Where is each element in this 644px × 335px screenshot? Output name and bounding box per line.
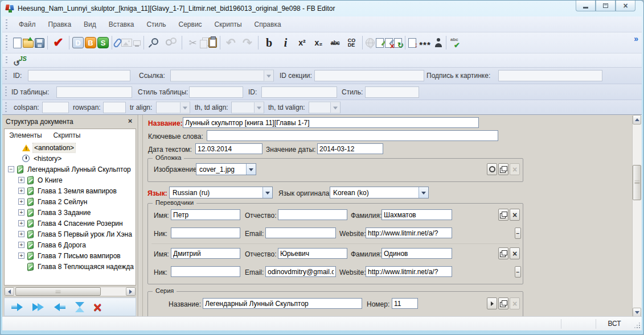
- open-file-icon[interactable]: [23, 40, 34, 48]
- previous-element-icon[interactable]: [54, 303, 66, 311]
- remove-edits-icon[interactable]: [385, 38, 393, 48]
- menu-item[interactable]: Правка: [42, 20, 78, 28]
- tree-expander-icon[interactable]: +: [18, 220, 24, 226]
- translator2-collapse-icon[interactable]: [515, 266, 521, 278]
- editor-vscrollbar[interactable]: [632, 115, 642, 317]
- paste-icon[interactable]: [208, 38, 217, 48]
- cell-style-input[interactable]: [365, 86, 419, 98]
- first-name-input2[interactable]: [171, 248, 240, 259]
- book-title-input[interactable]: [183, 117, 479, 128]
- superscript-icon[interactable]: x²: [294, 35, 310, 51]
- menu-item[interactable]: Файл: [13, 20, 42, 28]
- tr-align-combo[interactable]: [156, 101, 190, 113]
- th-td-valign-combo[interactable]: [309, 101, 341, 113]
- toolbar-overflow-icon[interactable]: »: [634, 32, 638, 43]
- menu-item[interactable]: Сервис: [173, 20, 208, 28]
- body-mode-icon[interactable]: B: [85, 37, 96, 48]
- last-name-input2[interactable]: [382, 248, 452, 259]
- hscroll-thumb[interactable]: [15, 287, 101, 296]
- tree-item[interactable]: +Глава 4 Спасение Розерин: [5, 218, 136, 229]
- tree-expander-icon[interactable]: +: [18, 209, 24, 216]
- menu-item[interactable]: Справка: [248, 20, 288, 28]
- tree-item[interactable]: +Глава 7 Письмо вампиров: [5, 250, 136, 261]
- series-name-input[interactable]: [203, 298, 362, 309]
- description-mode-icon[interactable]: D: [72, 37, 84, 48]
- subscript-icon[interactable]: x₂: [311, 35, 326, 51]
- nick-input[interactable]: [171, 228, 240, 238]
- tree-item[interactable]: +Глава 3 Задание: [5, 207, 136, 218]
- translator1-remove-icon[interactable]: [510, 209, 520, 221]
- js-script-icon[interactable]: JS: [13, 55, 27, 67]
- bold-icon[interactable]: b: [261, 35, 277, 51]
- cover-image-combo[interactable]: cover_1.jpg: [196, 163, 256, 175]
- delete-element-icon[interactable]: ×: [93, 301, 102, 313]
- asterisks-icon[interactable]: ***: [417, 35, 433, 51]
- select-cover-icon[interactable]: [498, 163, 508, 175]
- id-input[interactable]: [28, 70, 130, 81]
- last-element-icon[interactable]: [32, 303, 45, 311]
- website-input2[interactable]: [366, 266, 452, 277]
- tree-item[interactable]: Глава 8 Теплющаяся надежда: [5, 261, 136, 272]
- translator1-select-icon[interactable]: [498, 209, 508, 221]
- link-combo[interactable]: [170, 70, 274, 82]
- tree-expander-icon[interactable]: +: [18, 188, 24, 194]
- tree-expander-icon[interactable]: +: [18, 198, 24, 205]
- date-text-input[interactable]: [195, 143, 262, 154]
- email-input[interactable]: [265, 228, 336, 238]
- keywords-input[interactable]: [207, 130, 498, 141]
- refresh-document-icon[interactable]: [394, 38, 402, 48]
- table-id-input[interactable]: [56, 86, 132, 98]
- close-button[interactable]: ×: [616, 1, 635, 11]
- middle-name-input[interactable]: [278, 209, 347, 220]
- first-name-input[interactable]: [171, 209, 240, 220]
- tab-scripts[interactable]: Скрипты: [54, 131, 81, 139]
- panel-close-icon[interactable]: ×: [126, 117, 134, 126]
- date-value-input[interactable]: [317, 143, 383, 154]
- series-more-icon[interactable]: [487, 297, 497, 309]
- word-count-icon[interactable]: [408, 38, 416, 48]
- nick-input2[interactable]: [171, 266, 240, 277]
- translator1-collapse-icon[interactable]: [515, 228, 521, 239]
- tree-item[interactable]: −Легендарный Лунный Скульптор: [5, 164, 136, 175]
- spellcheck-icon[interactable]: [449, 37, 461, 48]
- panel-splitter[interactable]: [138, 115, 143, 317]
- find-icon[interactable]: [147, 35, 162, 51]
- language-combo[interactable]: Russian (ru): [169, 187, 273, 198]
- section-id-input[interactable]: [314, 70, 424, 81]
- tree-expander-icon[interactable]: +: [18, 231, 24, 237]
- minimize-button[interactable]: [576, 1, 596, 11]
- tree-expander-icon[interactable]: −: [8, 166, 14, 172]
- tree-item[interactable]: +Глава 6 Дорога: [5, 239, 136, 250]
- menu-item[interactable]: Вставка: [102, 20, 141, 28]
- strikethrough-icon[interactable]: abc: [327, 35, 343, 51]
- series-number-input[interactable]: [392, 298, 418, 309]
- tree-expander-icon[interactable]: +: [18, 242, 24, 248]
- source-mode-icon[interactable]: S: [97, 37, 109, 48]
- validate-icon[interactable]: ✔: [51, 35, 66, 51]
- tree-item[interactable]: +Глава 1 Земля вампиров: [5, 185, 136, 196]
- profile-icon[interactable]: [434, 38, 443, 47]
- tree-item[interactable]: +Глава 5 Первый урок Ли Хэна: [5, 229, 136, 239]
- tree-item[interactable]: <annotation>: [5, 142, 136, 153]
- scroll-up-icon[interactable]: [633, 115, 641, 125]
- new-file-icon[interactable]: [13, 38, 22, 48]
- table-style-input[interactable]: [189, 86, 243, 98]
- tree-expander-icon[interactable]: +: [18, 177, 24, 183]
- edit-document-icon[interactable]: [376, 38, 384, 48]
- middle-name-input2[interactable]: [278, 248, 347, 259]
- caption-input[interactable]: [498, 70, 602, 81]
- tree-item[interactable]: <history>: [5, 153, 136, 164]
- orig-language-combo[interactable]: Korean (ko): [330, 187, 429, 198]
- email-input2[interactable]: [265, 266, 336, 277]
- view-cover-icon[interactable]: [487, 163, 497, 175]
- next-element-icon[interactable]: [11, 303, 23, 311]
- tree-hscrollbar[interactable]: [4, 287, 136, 296]
- menu-item[interactable]: Скрипты: [208, 20, 248, 28]
- vscroll-thumb[interactable]: [633, 165, 641, 200]
- italic-icon[interactable]: i: [278, 35, 293, 51]
- code-icon[interactable]: CO DE: [344, 35, 359, 51]
- last-name-input[interactable]: [382, 209, 452, 220]
- scroll-right-icon[interactable]: [126, 287, 136, 296]
- hourglass-icon[interactable]: [75, 302, 84, 312]
- translator2-remove-icon[interactable]: [510, 247, 520, 259]
